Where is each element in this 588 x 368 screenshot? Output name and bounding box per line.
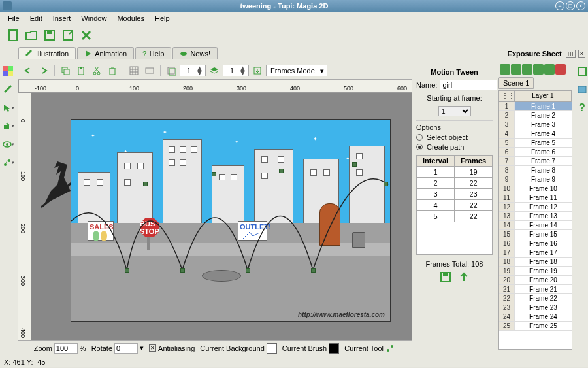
frame-row[interactable]: 15Frame 15 — [499, 230, 572, 239]
path-handle[interactable] — [143, 182, 148, 186]
path-handle[interactable] — [246, 268, 250, 273]
tab-help[interactable]: ? Help — [135, 47, 171, 59]
path-handle[interactable] — [352, 162, 357, 167]
frame-row[interactable]: 1Frame 1 — [499, 102, 572, 111]
frame-row[interactable]: 19Frame 19 — [499, 267, 572, 276]
saveas-button[interactable] — [60, 27, 76, 43]
frame-row[interactable]: 21Frame 21 — [499, 285, 572, 294]
export-button[interactable] — [250, 63, 265, 78]
frame-row[interactable]: 25Frame 25 — [499, 322, 572, 331]
safe-area-button[interactable] — [142, 63, 157, 78]
frames-mode-select[interactable]: Frames Mode — [266, 65, 327, 76]
layer-actions-icon[interactable]: ⋮⋮ — [499, 91, 515, 101]
close-button-tb[interactable] — [78, 27, 94, 43]
paste-button[interactable] — [74, 63, 88, 78]
fill-tool[interactable]: ▾ — [1, 119, 16, 133]
lock-button[interactable] — [544, 64, 555, 75]
help-button[interactable]: ? — [575, 101, 588, 115]
canvas-scene[interactable]: ✦✦ ✦✦ ✦✦ ✦✦ ✦✦ ✦✦ — [71, 119, 391, 322]
frame-row[interactable]: 4Frame 4 — [499, 129, 572, 139]
option-select-object[interactable]: Select object — [416, 133, 493, 141]
table-row[interactable]: 522 — [417, 211, 493, 222]
table-row[interactable]: 422 — [417, 200, 493, 211]
delete-frame-button[interactable] — [555, 64, 566, 75]
scene-tab[interactable]: Scene 1 — [498, 77, 534, 89]
path-handle[interactable] — [384, 182, 388, 186]
frame-row[interactable]: 22Frame 22 — [499, 294, 572, 303]
add-frame-button[interactable] — [500, 64, 510, 75]
frame-row[interactable]: 12Frame 12 — [499, 203, 572, 212]
move-up-button[interactable] — [522, 64, 532, 75]
frame-row[interactable]: 18Frame 18 — [499, 258, 572, 267]
path-handle[interactable] — [180, 268, 185, 273]
path-handle[interactable] — [279, 169, 284, 173]
zoom-input[interactable] — [54, 343, 78, 354]
brush-swatch[interactable] — [329, 343, 339, 354]
library-button[interactable] — [575, 64, 588, 78]
layer-name[interactable]: Layer 1 — [515, 91, 572, 101]
antialiasing-checkbox[interactable]: ✕ — [149, 344, 156, 352]
layers-icon[interactable] — [207, 63, 221, 78]
table-row[interactable]: 119 — [417, 167, 493, 178]
menu-insert[interactable]: Insert — [48, 13, 76, 24]
option-create-path[interactable]: Create path — [416, 143, 493, 151]
frame-row[interactable]: 5Frame 5 — [499, 139, 572, 148]
remove-frame-button[interactable] — [511, 64, 521, 75]
minimize-button[interactable]: − — [555, 1, 564, 10]
canvas-viewport[interactable]: -100 0 100 200 300 400 500 600 0 100 200… — [18, 80, 412, 340]
onion-prev-spinner[interactable]: ▲▼ — [180, 65, 206, 76]
new-button[interactable] — [5, 27, 21, 43]
frame-row[interactable]: 23Frame 23 — [499, 303, 572, 312]
frame-row[interactable]: 13Frame 13 — [499, 212, 572, 221]
rotate-input[interactable] — [114, 343, 138, 354]
canvas-area[interactable]: ✦✦ ✦✦ ✦✦ ✦✦ ✦✦ ✦✦ — [31, 93, 412, 340]
frame-row[interactable]: 11Frame 11 — [499, 193, 572, 203]
frame-row[interactable]: 16Frame 16 — [499, 239, 572, 248]
frame-row[interactable]: 2Frame 2 — [499, 111, 572, 120]
tween-tool[interactable]: ▾ — [1, 156, 16, 170]
frame-row[interactable]: 20Frame 20 — [499, 276, 572, 285]
undo-button[interactable] — [21, 63, 35, 78]
menu-modules[interactable]: Modules — [112, 13, 150, 24]
frame-row[interactable]: 10Frame 10 — [499, 184, 572, 193]
menu-file[interactable]: File — [3, 13, 25, 24]
tab-news[interactable]: News! — [172, 47, 218, 59]
frame-row[interactable]: 24Frame 24 — [499, 312, 572, 322]
open-button[interactable] — [24, 27, 39, 43]
frame-list[interactable]: 1Frame 12Frame 23Frame 34Frame 45Frame 5… — [498, 101, 572, 350]
menu-help[interactable]: Help — [150, 13, 175, 24]
path-handle[interactable] — [212, 172, 216, 176]
apply-tween-button[interactable] — [457, 271, 470, 284]
maximize-button[interactable]: □ — [566, 1, 575, 10]
onion-next-input[interactable] — [225, 67, 239, 75]
color-palette-button[interactable] — [1, 64, 16, 78]
table-row[interactable]: 323 — [417, 189, 493, 200]
grid-button[interactable] — [127, 63, 141, 78]
panel-close-button[interactable]: × — [578, 50, 585, 58]
frame-row[interactable]: 14Frame 14 — [499, 221, 572, 230]
save-tween-button[interactable] — [439, 271, 452, 284]
close-button[interactable]: × — [576, 1, 585, 10]
frame-row[interactable]: 3Frame 3 — [499, 120, 572, 129]
onion-prev-input[interactable] — [182, 67, 196, 75]
tab-animation[interactable]: Animation — [77, 47, 134, 59]
select-tool[interactable]: ▾ — [1, 101, 16, 115]
frame-row[interactable]: 9Frame 9 — [499, 175, 572, 184]
path-handle[interactable] — [311, 268, 316, 273]
redo-button[interactable] — [37, 63, 51, 78]
cut-button[interactable] — [90, 63, 104, 78]
onionskin-icon[interactable] — [164, 63, 178, 78]
frame-row[interactable]: 17Frame 17 — [499, 248, 572, 258]
frame-row[interactable]: 8Frame 8 — [499, 166, 572, 175]
delete-button[interactable] — [105, 63, 120, 78]
onion-next-spinner[interactable]: ▲▼ — [223, 65, 249, 76]
panel-undock-button[interactable]: ◫ — [566, 50, 576, 58]
path-handle[interactable] — [125, 268, 129, 273]
tab-illustration[interactable]: Illustration — [18, 47, 76, 59]
copy-button[interactable] — [58, 63, 73, 78]
pen-tool[interactable] — [1, 82, 16, 97]
frame-row[interactable]: 6Frame 6 — [499, 148, 572, 157]
frame-row[interactable]: 7Frame 7 — [499, 157, 572, 166]
view-tool[interactable]: ▾ — [1, 137, 16, 152]
tween-start-select[interactable]: 1 — [438, 106, 471, 116]
